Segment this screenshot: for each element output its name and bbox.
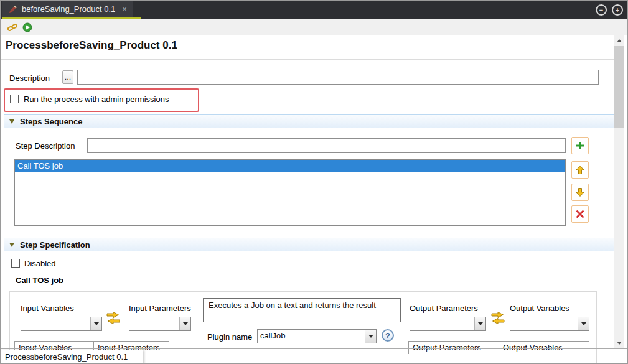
add-step-button[interactable] (571, 137, 589, 154)
window-controls: − + (596, 4, 623, 16)
minimize-icon[interactable]: − (596, 4, 607, 16)
input-variables-select[interactable] (21, 317, 102, 331)
output-mapping-table[interactable]: Output Parameters Output Variables (408, 341, 589, 354)
maximize-icon[interactable]: + (612, 4, 623, 16)
plugin-name-value: callJob (258, 330, 365, 343)
selected-step-title: Call TOS job (16, 276, 63, 285)
transfer-arrows-icon (490, 311, 505, 325)
steps-list-item[interactable]: Call TOS job (15, 160, 565, 172)
step-description-label: Step Description (16, 141, 75, 151)
dropdown-arrow-icon[interactable] (578, 317, 589, 330)
disabled-label: Disabled (24, 259, 56, 268)
disabled-checkbox[interactable] (11, 259, 20, 268)
move-step-up-button[interactable] (571, 161, 589, 179)
run-process-button[interactable] (21, 21, 34, 34)
output-variables-select[interactable] (510, 317, 589, 331)
description-input[interactable] (77, 70, 599, 85)
delete-step-button[interactable] (571, 205, 589, 223)
step-specification-section-header[interactable]: Step Specification (4, 238, 614, 251)
steps-list[interactable]: Call TOS job (14, 159, 566, 226)
vertical-scrollbar[interactable] (614, 35, 624, 348)
twistie-icon (9, 243, 14, 247)
dropdown-arrow-icon[interactable] (90, 317, 101, 330)
plugin-name-label: Plugin name (207, 332, 252, 342)
admin-permissions-checkbox[interactable] (10, 95, 19, 103)
step-description-input[interactable] (87, 138, 566, 153)
plugin-description: Executes a Job on a text and returns the… (203, 298, 401, 322)
scroll-down-arrow-icon (617, 342, 622, 345)
scrollbar-thumb[interactable] (614, 46, 624, 128)
toolbar (1, 19, 627, 35)
output-variables-value (510, 317, 578, 330)
scroll-down-button[interactable] (614, 338, 624, 348)
assign-input-variables-button[interactable] (105, 310, 121, 325)
process-icon (9, 5, 17, 14)
admin-permissions-label: Run the process with admin permissions (24, 95, 169, 104)
page-title: ProcessbeforeSaving_Product 0.1 (6, 39, 177, 52)
output-parameters-value (410, 317, 474, 330)
scroll-up-button[interactable] (614, 35, 624, 46)
input-variables-label: Input Variables (21, 304, 74, 313)
input-parameters-label: Input Parameters (129, 304, 191, 313)
output-parameters-label: Output Parameters (410, 304, 478, 313)
output-parameters-select[interactable] (410, 317, 486, 331)
link-icon (7, 22, 17, 32)
description-label: Description (9, 73, 50, 83)
help-button[interactable]: ? (382, 329, 394, 342)
input-parameters-value (129, 317, 179, 330)
title-bar: beforeSaving_Product 0.1 × − + (1, 1, 627, 19)
run-icon (22, 22, 32, 32)
dropdown-arrow-icon[interactable] (474, 317, 485, 330)
editor-tab[interactable]: beforeSaving_Product 0.1 × (2, 1, 133, 17)
assign-output-variables-button[interactable] (490, 310, 506, 325)
step-specification-title: Step Specification (20, 240, 90, 250)
plus-icon (575, 141, 585, 151)
status-label: ProcessbeforeSaving_Product 0.1 (1, 350, 143, 363)
title-separator (1, 59, 614, 60)
steps-sequence-section-header[interactable]: Steps Sequence (4, 114, 614, 128)
tab-title: beforeSaving_Product 0.1 (22, 4, 115, 14)
dropdown-arrow-icon[interactable] (365, 330, 376, 343)
delete-x-icon (575, 209, 585, 219)
twistie-icon (9, 119, 14, 124)
output-variables-label: Output Variables (510, 304, 569, 313)
link-tool-button[interactable] (6, 21, 19, 34)
description-ellipsis-button[interactable]: … (62, 70, 73, 84)
move-step-down-button[interactable] (571, 184, 589, 201)
arrow-down-icon (575, 187, 585, 197)
plugin-name-select[interactable]: callJob (257, 329, 377, 343)
output-table-header: Output Parameters (408, 341, 499, 354)
transfer-arrows-icon (106, 311, 121, 325)
input-parameters-select[interactable] (129, 317, 191, 331)
arrow-up-icon (575, 165, 585, 175)
input-variables-value (21, 317, 90, 330)
output-table-header: Output Variables (499, 341, 589, 354)
app-window: beforeSaving_Product 0.1 × − + Proces (0, 0, 628, 364)
editor-bottom-edge (1, 348, 628, 349)
scroll-up-arrow-icon (617, 39, 622, 42)
steps-sequence-title: Steps Sequence (20, 117, 82, 126)
tab-close-icon[interactable]: × (122, 4, 127, 14)
dropdown-arrow-icon[interactable] (179, 317, 190, 330)
